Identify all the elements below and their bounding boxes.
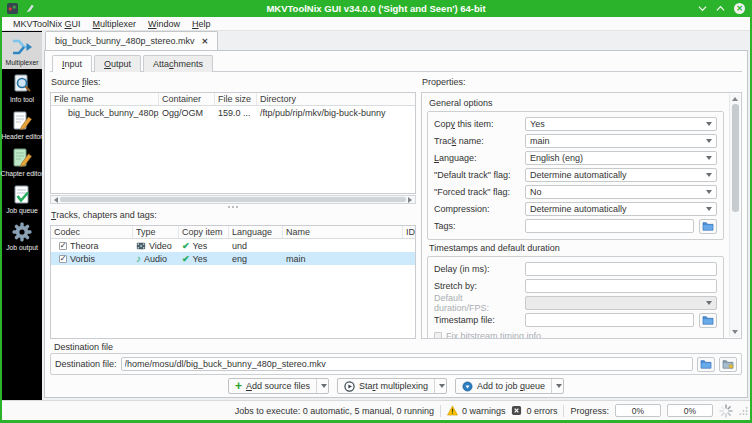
sidebar-label: Header editor <box>1 133 42 140</box>
scroll-left-icon[interactable] <box>54 197 58 203</box>
sidebar-item-chapter-editor[interactable]: Chapter editor <box>2 143 42 180</box>
sidebar-label: Multiplexer <box>6 59 39 66</box>
forced-track-flag-select[interactable]: No <box>525 185 717 199</box>
column-header-file-size[interactable]: File size <box>215 93 257 105</box>
scroll-right-icon[interactable] <box>408 197 412 203</box>
statusbar: Jobs to execute: 0 automatic, 5 manual, … <box>2 400 750 420</box>
sidebar-label: Chapter editor <box>0 170 43 177</box>
copy-this-item-select[interactable]: Yes <box>525 117 717 131</box>
tab-attachments[interactable]: Attachments <box>143 55 213 72</box>
add-source-files-dropdown[interactable] <box>316 379 328 393</box>
general-options-group: Copy this item: Yes Track name: main Lan… <box>427 111 724 240</box>
sidebar-item-job-output[interactable]: Job output <box>2 217 42 254</box>
stretch-by-input[interactable] <box>525 279 717 293</box>
tab-close-icon[interactable]: ✕ <box>202 37 209 46</box>
track-language: und <box>232 241 247 251</box>
default-track-flag-select[interactable]: Determine automatically <box>525 168 717 182</box>
destination-file-input[interactable] <box>121 357 693 371</box>
column-header-directory[interactable]: Directory <box>257 93 415 105</box>
tracks-table[interactable]: Codec Type Copy item Language Name ID ✓ … <box>50 225 416 339</box>
column-header-id[interactable]: ID <box>403 226 415 238</box>
track-checkbox[interactable]: ✓ <box>59 255 67 263</box>
source-file-row[interactable]: big_buck_bunny_480p_... Ogg/OGM 159.0 ..… <box>51 106 415 119</box>
column-header-copy-item[interactable]: Copy item <box>179 226 229 238</box>
titlebar[interactable]: MKVToolNix GUI v34.0.0 ('Sight and Seen'… <box>0 0 752 17</box>
dropdown-arrow-icon <box>706 139 712 143</box>
destination-box: Destination file: <box>50 353 742 375</box>
document-tab[interactable]: big_buck_bunny_480p_stereo.mkv ✕ <box>45 31 218 50</box>
tab-output[interactable]: Output <box>94 55 141 72</box>
destination-file-group: Destination file Destination file: <box>50 342 742 375</box>
tab-input[interactable]: Input <box>52 55 92 72</box>
add-to-job-queue-button[interactable]: Add to job queue <box>455 378 564 394</box>
delay-label: Delay (in ms): <box>434 264 520 274</box>
menubar: MKVToolNix GUI Multiplexer Window Help <box>2 17 750 31</box>
compression-label: Compression: <box>434 204 520 214</box>
menu-window[interactable]: Window <box>142 19 186 29</box>
app-icon <box>7 3 18 14</box>
column-header-file-name[interactable]: File name <box>51 93 159 105</box>
column-header-name[interactable]: Name <box>283 226 403 238</box>
timestamp-file-browse-button[interactable] <box>699 313 717 328</box>
sidebar-item-job-queue[interactable]: Job queue <box>2 180 42 217</box>
sidebar-item-info-tool[interactable]: Info tool <box>2 69 42 106</box>
track-type: Audio <box>144 254 167 264</box>
job-output-gear-icon <box>11 221 33 243</box>
column-header-codec[interactable]: Codec <box>51 226 133 238</box>
job-queue-icon <box>11 184 33 206</box>
timestamp-file-input[interactable] <box>525 313 694 327</box>
source-files-table[interactable]: File name Container File size Directory … <box>50 92 416 194</box>
statusbar-separator <box>440 405 441 417</box>
track-name-combo[interactable]: main <box>525 134 717 148</box>
source-files-hscrollbar[interactable] <box>50 195 416 204</box>
vscroll-thumb[interactable] <box>732 104 739 212</box>
sidebar-item-header-editor[interactable]: Header editor <box>2 106 42 143</box>
resize-grip[interactable] <box>739 406 748 415</box>
dropdown-arrow-icon <box>321 384 327 388</box>
minimize-button[interactable] <box>698 5 707 12</box>
inner-tabs: Input Output Attachments <box>50 55 742 72</box>
menu-multiplexer[interactable]: Multiplexer <box>87 19 143 29</box>
compression-select[interactable]: Determine automatically <box>525 202 717 216</box>
scroll-down-icon[interactable] <box>732 330 738 334</box>
input-tab-content: Source files: File name Container File s… <box>50 77 742 339</box>
pin-icon[interactable] <box>25 4 35 14</box>
tags-input[interactable] <box>525 219 694 233</box>
add-to-job-queue-dropdown[interactable] <box>551 379 563 393</box>
check-icon: ✔ <box>182 241 190 251</box>
destination-new-folder-button[interactable] <box>719 357 737 372</box>
track-copy: Yes <box>193 241 208 251</box>
maximize-button[interactable] <box>716 5 725 12</box>
menu-help[interactable]: Help <box>186 19 217 29</box>
track-row-vorbis[interactable]: ✓ Vorbis ♪ Audio ✔ Yes eng <box>51 252 415 265</box>
properties-vscrollbar[interactable] <box>729 94 740 337</box>
source-files-header: File name Container File size Directory <box>51 93 415 106</box>
column-header-type[interactable]: Type <box>133 226 179 238</box>
default-duration-label: Default duration/FPS: <box>434 293 520 313</box>
tool-sidebar: Multiplexer Info tool Header editor Chap… <box>2 31 42 400</box>
column-header-language[interactable]: Language <box>229 226 283 238</box>
start-multiplexing-dropdown[interactable] <box>434 379 446 393</box>
language-select[interactable]: English (eng) <box>525 151 717 165</box>
sidebar-label: Info tool <box>10 96 34 103</box>
folder-icon <box>700 359 712 369</box>
scroll-up-icon[interactable] <box>732 97 738 101</box>
track-checkbox[interactable]: ✓ <box>59 242 67 250</box>
properties-scroll-area: General options Copy this item: Yes Trac… <box>421 92 742 339</box>
sidebar-label: Job output <box>6 244 38 251</box>
language-label: Language: <box>434 153 520 163</box>
close-button[interactable]: ✕ <box>734 3 745 14</box>
add-source-files-button[interactable]: + Add source files <box>228 378 329 394</box>
track-row-theora[interactable]: ✓ Theora Video ✔ Yes und <box>51 239 415 252</box>
sidebar-item-multiplexer[interactable]: Multiplexer <box>2 32 42 69</box>
tracks-header: Codec Type Copy item Language Name ID <box>51 226 415 239</box>
mkvtoolnix-window: MKVToolNix GUI v34.0.0 ('Sight and Seen'… <box>0 0 752 423</box>
column-header-container[interactable]: Container <box>159 93 215 105</box>
menu-mkvtoolnix-gui[interactable]: MKVToolNix GUI <box>7 19 87 29</box>
delay-input[interactable] <box>525 262 717 276</box>
destination-browse-button[interactable] <box>697 357 715 372</box>
dropdown-arrow-icon <box>439 384 445 388</box>
hscroll-thumb[interactable] <box>60 197 406 202</box>
start-multiplexing-button[interactable]: Start multiplexing <box>337 378 447 394</box>
tags-browse-button[interactable] <box>699 219 717 234</box>
